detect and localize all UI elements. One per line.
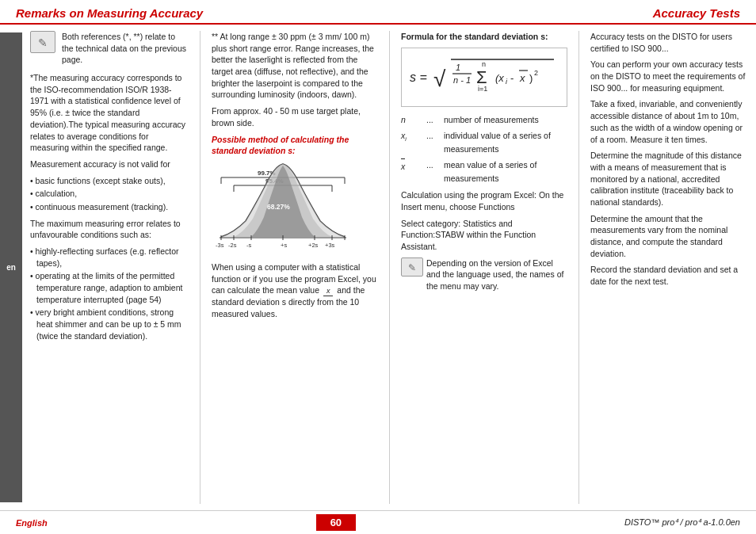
col1-list2: highly-reflecting surfaces (e.g. reflect… [30, 246, 189, 342]
col1-bullet1: basic functions (except stake outs), [30, 175, 189, 187]
col1-para1: *The measuring accuracy corresponds to t… [30, 72, 189, 154]
xbar-symbol: x [401, 158, 425, 185]
excel-calc-text: Calculation using the program Excel: On … [401, 189, 567, 212]
n-dots: ... [426, 113, 442, 127]
xbar-description: mean value of a series of measurements [444, 158, 567, 185]
columns-container: ✎ Both references (*, **) relate to the … [22, 25, 756, 510]
note-icon-1: ✎ [30, 31, 55, 53]
bell-curve-svg: 99.7% 95.4% [212, 162, 354, 253]
svg-text:-s: -s [246, 242, 251, 249]
svg-text:+s: +s [281, 242, 287, 249]
excel-note-icon: ✎ [401, 257, 423, 277]
legend-row-xbar: x ... mean value of a series of measurem… [401, 158, 567, 185]
xbar-symbol-col2: x [323, 286, 334, 297]
footer-product: DISTO™ pro⁴ / pro⁴ a-1.0.0en [624, 517, 740, 528]
col1-bullet5: operating at the limits of the permitted… [30, 270, 189, 305]
n-symbol: n [401, 113, 425, 127]
col1-para3: The maximum measuring error relates to u… [30, 218, 189, 241]
xi-symbol: xi [401, 129, 425, 156]
svg-text:i=1: i=1 [478, 85, 487, 93]
col1-para2: Measurement accuracy is not valid for [30, 158, 189, 170]
excel-cat-text: Select category: Statistics and Function… [401, 218, 567, 253]
measurements-legend: n ... number of measurements xi ... indi… [401, 113, 567, 185]
footer-language: English [16, 518, 48, 528]
svg-text:s =: s = [410, 71, 427, 84]
col1-list1: basic functions (except stake outs), cal… [30, 175, 189, 213]
col2-excel-text: When using a computer with a statistical… [212, 261, 378, 320]
svg-text:2: 2 [534, 69, 538, 77]
divider-2 [389, 31, 390, 504]
column-3: Formula for the standard deviation s: s … [401, 31, 567, 504]
svg-text:n: n [482, 60, 486, 68]
col2-note-text: ** At long range ± 30 ppm (± 3 mm/ 100 m… [212, 31, 378, 101]
svg-text:68.27%: 68.27% [267, 203, 290, 211]
excel-note-text: Depending on the version of Excel and th… [426, 257, 567, 292]
normal-distribution-diagram: 99.7% 95.4% [212, 162, 354, 257]
divider-1 [200, 31, 200, 504]
column-4: Accuracy tests on the DISTO for users ce… [590, 31, 748, 504]
language-label: en [0, 32, 22, 502]
svg-text:i: i [506, 78, 508, 86]
svg-text:-: - [510, 72, 514, 84]
col4-para5: Determine the amount that the measuremen… [590, 213, 748, 260]
header: Remarks on Measuring Accuracy Accuracy T… [0, 0, 756, 25]
svg-text:+2s: +2s [308, 242, 319, 249]
note-block-1: ✎ Both references (*, **) relate to the … [30, 31, 189, 66]
header-right-title: Accuracy Tests [653, 6, 740, 20]
formula-title: Formula for the standard deviation s: [401, 31, 567, 43]
svg-text:): ) [529, 72, 533, 84]
svg-text:-3s: -3s [216, 242, 224, 249]
svg-text:1: 1 [456, 63, 460, 72]
formula-container: s = √ 1 n - 1 Σ i=1 n [401, 48, 567, 108]
col4-para3: Take a fixed, invariable, and convenient… [590, 98, 748, 145]
col1-bullet2: calculation, [30, 188, 189, 200]
svg-text:√: √ [433, 67, 446, 91]
col1-bullet3: continuous measurement (tracking). [30, 201, 189, 213]
col2-section-title: Possible method of calculating the stand… [212, 134, 378, 157]
formula-svg: s = √ 1 n - 1 Σ i=1 n [407, 53, 557, 99]
col1-bullet6: very bright ambient conditions, strong h… [30, 307, 189, 341]
column-1: ✎ Both references (*, **) relate to the … [30, 31, 189, 504]
footer-page-number: 60 [316, 514, 356, 531]
col4-para4: Determine the magnitude of this distance… [590, 150, 748, 208]
legend-row-n: n ... number of measurements [401, 113, 567, 127]
xbar-dots: ... [426, 158, 442, 185]
col4-para2: You can perform your own accuracy tests … [590, 59, 748, 93]
page: Remarks on Measuring Accuracy Accuracy T… [0, 0, 756, 534]
n-description: number of measurements [444, 113, 539, 127]
legend-row-xi: xi ... individual value of a series of m… [401, 129, 567, 156]
excel-note-block: ✎ Depending on the version of Excel and … [401, 257, 567, 292]
svg-text:n - 1: n - 1 [453, 75, 471, 85]
svg-text:x: x [519, 72, 525, 84]
column-2: ** At long range ± 30 ppm (± 3 mm/ 100 m… [212, 31, 378, 504]
header-left-title: Remarks on Measuring Accuracy [16, 6, 203, 20]
svg-text:-2s: -2s [228, 242, 237, 249]
col4-para6: Record the standard deviation and set a … [590, 264, 748, 287]
footer: English 60 DISTO™ pro⁴ / pro⁴ a-1.0.0en [0, 510, 756, 534]
col2-approx: From approx. 40 - 50 m use target plate,… [212, 105, 378, 128]
note-text-1: Both references (*, **) relate to the te… [62, 31, 189, 66]
xi-description: individual value of a series of measurem… [444, 129, 567, 156]
xi-dots: ... [426, 129, 442, 156]
svg-text:+3s: +3s [325, 242, 335, 249]
content-area: en ✎ Both references (*, **) relate to t… [0, 25, 756, 510]
svg-text:(x: (x [495, 72, 504, 84]
col1-bullet4: highly-reflecting surfaces (e.g. reflect… [30, 246, 189, 269]
excel-calc-span: Calculation using the program Excel: On … [401, 190, 563, 212]
col4-para1: Accuracy tests on the DISTO for users ce… [590, 31, 748, 54]
divider-3 [578, 31, 579, 504]
